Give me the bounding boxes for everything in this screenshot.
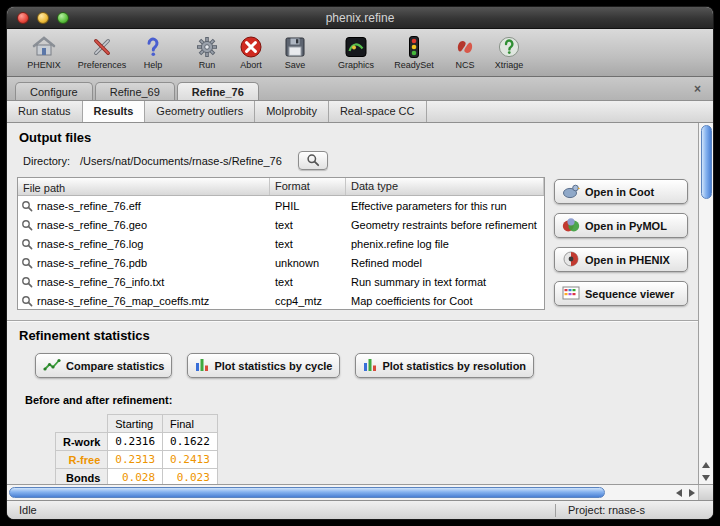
coot-bird-icon — [562, 183, 580, 201]
directory-path: /Users/nat/Documents/rnase-s/Refine_76 — [80, 155, 282, 167]
stat-value: 0.1622 — [163, 433, 218, 451]
vertical-scrollbar-thumb[interactable] — [701, 125, 712, 199]
magnifier-icon[interactable] — [21, 200, 33, 212]
file-path: rnase-s_refine_76.geo — [37, 219, 147, 231]
toolbar-label: Help — [144, 60, 163, 70]
tab-close-icon[interactable]: × — [690, 82, 705, 96]
graphics-icon — [344, 32, 368, 59]
stat-value: 0.023 — [163, 469, 218, 485]
scroll-right-arrow[interactable] — [685, 486, 698, 499]
horizontal-scrollbar[interactable] — [7, 484, 713, 500]
scrollbar-corner — [698, 485, 713, 500]
table-row[interactable]: rnase-s_refine_76_info.txt text Run summ… — [18, 272, 544, 291]
traffic-light-icon — [402, 32, 426, 59]
open-in-phenix-button[interactable]: Open in PHENIX — [554, 247, 688, 272]
subtab-geometry-outliers[interactable]: Geometry outliers — [145, 101, 255, 122]
toolbar-label: Graphics — [338, 60, 374, 70]
table-row: Bonds 0.028 0.023 — [56, 469, 218, 485]
table-row[interactable]: rnase-s_refine_76.pdb unknown Refined mo… — [18, 253, 544, 272]
file-format: unknown — [270, 257, 346, 269]
scroll-left-arrow[interactable] — [672, 486, 685, 499]
toolbar-label: Preferences — [78, 60, 127, 70]
toolbar-graphics-button[interactable]: Graphics — [327, 32, 385, 70]
toolbar-ncs-button[interactable]: NCS — [443, 32, 487, 70]
status-text: Idle — [19, 504, 37, 516]
browse-directory-button[interactable] — [298, 151, 328, 170]
plot-statistics-by-resolution-button[interactable]: Plot statistics by resolution — [355, 353, 534, 378]
toolbar-abort-button[interactable]: Abort — [229, 32, 273, 70]
table-row[interactable]: rnase-s_refine_76_map_coeffs.mtz ccp4_mt… — [18, 291, 544, 310]
help-icon — [141, 32, 165, 59]
file-datatype: Refined model — [346, 257, 544, 269]
tab-configure[interactable]: Configure — [15, 82, 93, 100]
toolbar-preferences-button[interactable]: Preferences — [73, 32, 131, 70]
sequence-viewer-button[interactable]: Sequence viewer — [554, 281, 688, 306]
toolbar-readyset-button[interactable]: ReadySet — [385, 32, 443, 70]
subtab-results[interactable]: Results — [83, 101, 146, 122]
xtriage-icon — [497, 32, 521, 59]
open-in-coot-button[interactable]: Open in Coot — [554, 179, 688, 204]
toolbar-run-button[interactable]: Run — [185, 32, 229, 70]
tab-refine-69[interactable]: Refine_69 — [95, 82, 175, 100]
app-window: phenix.refine PHENIX Preferences Help — [7, 7, 713, 519]
stat-value: 0.028 — [108, 469, 163, 485]
table-row[interactable]: rnase-s_refine_76.log text phenix.refine… — [18, 234, 544, 253]
before-after-caption: Before and after refinement: — [25, 394, 693, 406]
toolbar-help-button[interactable]: Help — [131, 32, 175, 70]
magnifier-icon[interactable] — [21, 238, 33, 250]
scroll-down-arrow[interactable] — [700, 471, 713, 484]
magnifier-icon[interactable] — [21, 295, 33, 307]
button-label: Plot statistics by cycle — [214, 360, 332, 372]
magnifier-icon[interactable] — [21, 219, 33, 231]
stat-value: 0.2413 — [163, 451, 218, 469]
project-label: Project: rnase-s — [568, 504, 645, 516]
column-header-format[interactable]: Format — [270, 178, 346, 195]
search-icon — [306, 153, 320, 169]
toolbar-save-button[interactable]: Save — [273, 32, 317, 70]
tab-refine-76[interactable]: Refine_76 — [177, 82, 259, 100]
magnifier-icon[interactable] — [21, 257, 33, 269]
window-title: phenix.refine — [7, 7, 713, 29]
toolbar-label: Run — [199, 60, 216, 70]
file-path: rnase-s_refine_76.eff — [37, 200, 141, 212]
status-bar: Idle Project: rnase-s — [7, 500, 713, 519]
button-label: Sequence viewer — [585, 288, 674, 300]
subtab-molprobity[interactable]: Molprobity — [255, 101, 329, 122]
pymol-icon — [562, 217, 580, 235]
toolbar-label: Abort — [240, 60, 262, 70]
toolbar-label: Xtriage — [495, 60, 524, 70]
bar-chart-icon — [195, 357, 209, 374]
toolbar-phenix-button[interactable]: PHENIX — [15, 32, 73, 70]
column-header-data-type[interactable]: Data type — [346, 178, 544, 195]
plot-statistics-by-cycle-button[interactable]: Plot statistics by cycle — [187, 353, 340, 378]
stat-label-bonds: Bonds — [56, 469, 108, 485]
compare-statistics-button[interactable]: Compare statistics — [35, 353, 172, 378]
subtab-real-space-cc[interactable]: Real-space CC — [329, 101, 427, 122]
column-header-starting: Starting — [108, 415, 163, 433]
table-row[interactable]: rnase-s_refine_76.geo text Geometry rest… — [18, 215, 544, 234]
titlebar[interactable]: phenix.refine — [7, 7, 713, 29]
subtab-run-status[interactable]: Run status — [7, 101, 83, 122]
results-panel: Output files Directory: /Users/nat/Docum… — [7, 123, 698, 484]
magnifier-icon[interactable] — [21, 276, 33, 288]
file-format: text — [270, 219, 346, 231]
file-path: rnase-s_refine_76.pdb — [37, 257, 147, 269]
column-header-file-path[interactable]: File path — [18, 178, 270, 195]
ncs-icon — [453, 32, 477, 59]
bar-chart-icon — [363, 357, 377, 374]
toolbar-xtriage-button[interactable]: Xtriage — [487, 32, 531, 70]
file-format: text — [270, 276, 346, 288]
section-heading-output-files: Output files — [19, 130, 693, 145]
toolbar-label: NCS — [455, 60, 474, 70]
open-in-pymol-button[interactable]: Open in PyMOL — [554, 213, 688, 238]
open-buttons-panel: Open in Coot Open in PyMOL Open in PHENI… — [554, 177, 688, 310]
gear-run-icon — [195, 32, 219, 59]
stat-value: 0.2316 — [108, 433, 163, 451]
output-files-table[interactable]: File path Format Data type rnase-s_refin… — [17, 177, 545, 310]
file-path: rnase-s_refine_76.log — [37, 238, 143, 250]
horizontal-scrollbar-thumb[interactable] — [9, 487, 605, 498]
scroll-up-arrow[interactable] — [700, 458, 713, 471]
table-row[interactable]: rnase-s_refine_76.eff PHIL Effective par… — [18, 196, 544, 215]
vertical-scrollbar[interactable] — [698, 123, 713, 484]
refinement-stats-table: Starting Final R-work 0.2316 0.1622 R-fr… — [55, 414, 218, 484]
